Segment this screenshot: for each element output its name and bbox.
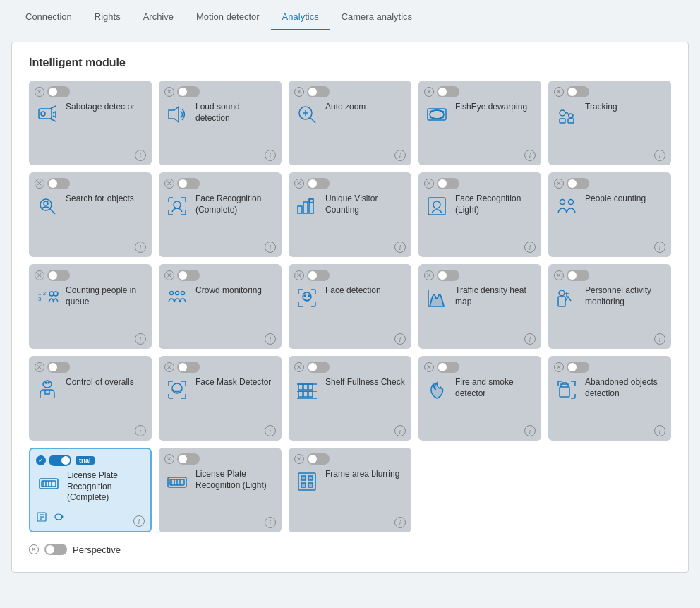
toggle-x-face-rec-light[interactable]: ✕	[424, 179, 434, 189]
svg-rect-54	[560, 387, 569, 397]
module-overalls: ✕ Control of overalls	[29, 356, 152, 441]
toggle-x-perspective[interactable]: ✕	[29, 544, 39, 554]
toggle-x-people-counting[interactable]: ✕	[554, 179, 564, 189]
toggle-abandoned[interactable]	[567, 362, 589, 373]
info-auto-zoom[interactable]: i	[394, 150, 406, 161]
nav-motion-detector[interactable]: Motion detector	[185, 6, 271, 30]
info-fisheye[interactable]: i	[524, 150, 536, 161]
svg-text:3: 3	[38, 296, 42, 302]
toggle-x-loud-sound[interactable]: ✕	[164, 87, 174, 97]
toggle-x-lp-complete[interactable]: ✓	[36, 455, 46, 465]
face-detection-icon	[294, 285, 320, 311]
info-loud-sound[interactable]: i	[265, 150, 276, 161]
svg-rect-45	[298, 391, 303, 397]
face-detection-label: Face detection	[325, 285, 406, 297]
info-crowd-monitoring[interactable]: i	[265, 333, 276, 345]
toggle-unique-visitor[interactable]	[307, 178, 330, 189]
toggle-face-rec-light[interactable]	[437, 178, 459, 189]
toggle-x-crowd[interactable]: ✕	[164, 270, 174, 280]
toggle-x-queue[interactable]: ✕	[35, 270, 44, 280]
info-fire-smoke[interactable]: i	[524, 425, 536, 436]
info-queue-counting[interactable]: i	[135, 333, 146, 345]
toggle-traffic[interactable]	[437, 270, 459, 281]
toggle-x-lp-light[interactable]: ✕	[164, 454, 174, 464]
info-tracking[interactable]: i	[654, 150, 665, 161]
module-frame-blur: ✕ Frame area blurring	[289, 448, 411, 532]
toggle-frame-blur[interactable]	[307, 453, 330, 465]
toggle-sabotage[interactable]	[47, 86, 70, 97]
toggle-x-abandoned[interactable]: ✕	[554, 362, 564, 372]
info-unique-visitor[interactable]: i	[394, 242, 406, 253]
info-traffic-density[interactable]: i	[524, 333, 536, 345]
toggle-tracking[interactable]	[567, 86, 589, 97]
toggle-x-unique-visitor[interactable]: ✕	[294, 179, 304, 189]
svg-point-26	[569, 200, 574, 205]
info-shelf-fullness[interactable]: i	[394, 425, 406, 436]
info-people-counting[interactable]: i	[654, 242, 665, 253]
toggle-x-fire-smoke[interactable]: ✕	[424, 362, 434, 372]
svg-point-11	[560, 110, 565, 116]
info-face-rec-light[interactable]: i	[524, 242, 536, 253]
toggle-overalls[interactable]	[47, 362, 70, 373]
toggle-x-face-rec-complete[interactable]: ✕	[164, 179, 174, 189]
toggle-x-search-objects[interactable]: ✕	[35, 179, 44, 189]
info-overalls[interactable]: i	[135, 425, 146, 436]
toggle-auto-zoom[interactable]	[307, 86, 330, 97]
toggle-x-overalls[interactable]: ✕	[35, 362, 44, 372]
toggle-people-counting[interactable]	[567, 178, 589, 189]
info-face-detection[interactable]: i	[394, 333, 406, 345]
info-search-objects[interactable]: i	[135, 242, 146, 253]
toggle-x-fisheye[interactable]: ✕	[424, 87, 434, 97]
info-lp-light[interactable]: i	[265, 517, 276, 528]
svg-rect-39	[558, 297, 565, 306]
toggle-search-objects[interactable]	[47, 178, 70, 189]
toggle-crowd[interactable]	[177, 270, 200, 281]
nav-rights[interactable]: Rights	[83, 6, 132, 30]
toggle-x-frame-blur[interactable]: ✕	[294, 454, 304, 464]
svg-point-30	[54, 292, 58, 296]
toggle-face-mask[interactable]	[177, 362, 200, 373]
info-lp-complete[interactable]: i	[133, 515, 145, 527]
nav-analytics[interactable]: Analytics	[271, 6, 330, 30]
nav-connection[interactable]: Connection	[14, 6, 83, 30]
frame-blur-icon	[294, 469, 320, 494]
info-personnel-activity[interactable]: i	[654, 333, 665, 345]
toggle-x-tracking[interactable]: ✕	[554, 87, 564, 97]
toggle-face-detection[interactable]	[307, 270, 330, 281]
toggle-x-personnel[interactable]: ✕	[554, 270, 564, 280]
toggle-fisheye[interactable]	[437, 86, 459, 97]
toggle-lp-complete[interactable]	[49, 455, 71, 466]
module-license-plate-complete: ✓ trial Licen	[29, 448, 152, 532]
module-traffic-density: ✕ Traffic density heat map i	[418, 264, 541, 349]
toggle-face-rec-complete[interactable]	[177, 178, 200, 189]
sabotage-label: Sabotage detector	[66, 102, 146, 113]
toggle-fire-smoke[interactable]	[437, 362, 459, 373]
toggle-x-face-detection[interactable]: ✕	[294, 270, 304, 280]
toggle-x-shelf[interactable]: ✕	[294, 362, 304, 372]
svg-marker-4	[169, 107, 179, 122]
nav-archive[interactable]: Archive	[132, 6, 185, 30]
toggle-loud-sound[interactable]	[177, 86, 200, 97]
settings-icon[interactable]	[36, 511, 47, 525]
toggle-perspective[interactable]	[44, 544, 67, 555]
svg-point-25	[560, 200, 565, 205]
module-face-recognition-complete: ✕ Face Recognition (Com	[159, 172, 282, 257]
module-people-counting: ✕ People counting i	[548, 172, 671, 257]
info-face-rec-complete[interactable]: i	[265, 242, 276, 253]
toggle-x-auto-zoom[interactable]: ✕	[294, 87, 304, 97]
info-abandoned-objects[interactable]: i	[654, 425, 665, 436]
toggle-lp-light[interactable]	[177, 453, 200, 465]
refresh-icon[interactable]	[53, 511, 64, 525]
toggle-x-sabotage[interactable]: ✕	[35, 87, 44, 97]
toggle-queue[interactable]	[47, 270, 70, 281]
info-frame-blur[interactable]: i	[394, 517, 406, 528]
card-bottom-actions	[36, 511, 145, 525]
toggle-personnel[interactable]	[567, 270, 589, 281]
face-mask-icon	[164, 377, 190, 403]
info-face-mask[interactable]: i	[265, 425, 276, 436]
toggle-x-face-mask[interactable]: ✕	[164, 362, 174, 372]
nav-camera-analytics[interactable]: Camera analytics	[330, 6, 423, 30]
toggle-x-traffic[interactable]: ✕	[424, 270, 434, 280]
info-sabotage[interactable]: i	[135, 150, 146, 161]
toggle-shelf[interactable]	[307, 362, 330, 373]
